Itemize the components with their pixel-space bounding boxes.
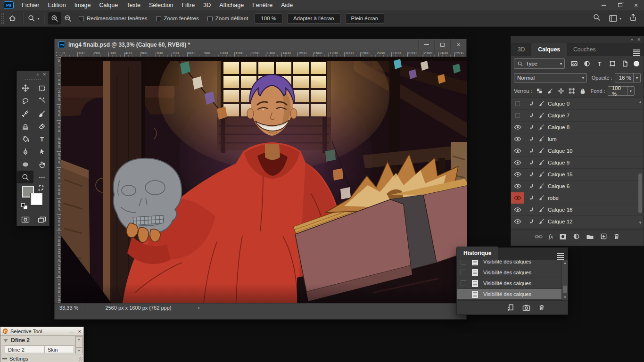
brush-tool-icon[interactable] (33, 107, 50, 120)
layer-visibility-toggle[interactable] (511, 157, 524, 168)
zoom-tool-preset-icon[interactable]: ▾ (27, 12, 40, 25)
history-step[interactable]: Visibilité des calques (457, 267, 568, 278)
layer-style-icon[interactable]: fx (549, 233, 553, 240)
scroll-thumb[interactable] (76, 342, 82, 348)
dock-header[interactable]: «✕ (511, 36, 644, 43)
resize-grip[interactable] (79, 357, 83, 361)
close-icon[interactable]: ✕ (628, 0, 644, 10)
layer-visibility-toggle[interactable] (511, 192, 524, 204)
more-tools-icon[interactable] (33, 171, 50, 183)
history-scrollbar[interactable]: ▲▼ (561, 260, 568, 300)
tools-grip[interactable] (17, 78, 49, 82)
layer-visibility-toggle[interactable] (511, 110, 524, 121)
fullscreen-button[interactable]: Plein écran (345, 13, 385, 24)
history-source-checkbox[interactable] (461, 270, 466, 275)
menu-3d[interactable]: 3D (199, 0, 215, 10)
selective-scrollbar[interactable]: ▲ ▼ (75, 336, 83, 354)
history-source-checkbox[interactable] (461, 260, 466, 264)
skin-button[interactable]: Skin (45, 346, 74, 353)
layer-visibility-toggle[interactable] (511, 145, 524, 156)
layer-visibility-toggle[interactable] (511, 133, 524, 145)
tab-3d[interactable]: 3D (511, 43, 531, 56)
snapshot-camera-icon[interactable] (522, 304, 530, 311)
layer-row[interactable]: Calque 6 (511, 181, 644, 192)
lock-transparency-icon[interactable] (536, 88, 543, 94)
panel-menu-icon[interactable] (557, 253, 564, 260)
filter-adjustment-icon[interactable] (583, 60, 591, 67)
ellipse-shape-tool-icon[interactable] (17, 158, 33, 171)
background-color-swatch[interactable] (31, 193, 42, 205)
collapse-icon[interactable]: « (631, 37, 633, 42)
link-layers-icon[interactable] (535, 233, 543, 240)
history-step[interactable]: Visibilité des calques (457, 278, 568, 289)
eyedropper-tool-icon[interactable] (17, 107, 33, 120)
panel-menu-icon[interactable] (633, 49, 640, 56)
layer-visibility-toggle[interactable] (511, 98, 524, 109)
search-icon[interactable] (593, 13, 601, 24)
new-layer-icon[interactable] (600, 233, 607, 240)
minimize-icon[interactable] (596, 0, 612, 10)
history-step[interactable]: Visibilité des calques (457, 289, 568, 300)
layer-visibility-toggle[interactable] (511, 181, 524, 192)
swap-colors-icon[interactable] (38, 184, 44, 193)
layer-row[interactable]: Calque 15 (511, 169, 644, 181)
restore-icon[interactable] (612, 0, 628, 10)
adjustment-layer-icon[interactable] (573, 233, 580, 240)
menu-sélection[interactable]: Sélection (145, 0, 177, 10)
dfine2-button[interactable]: Dfine 2 (5, 346, 45, 353)
scroll-down-icon[interactable]: ▼ (76, 348, 82, 354)
eraser-tool-icon[interactable] (33, 120, 50, 132)
blend-mode-dropdown[interactable]: Normal▾ (514, 73, 587, 82)
history-source-checkbox[interactable] (461, 291, 466, 297)
filter-type-icon[interactable]: T (596, 60, 603, 67)
type-tool-icon[interactable]: T (33, 132, 50, 145)
tab-historique[interactable]: Historique (457, 247, 498, 260)
zoom-tool-icon[interactable] (17, 171, 33, 183)
menu-texte[interactable]: Texte (122, 0, 145, 10)
path-select-tool-icon[interactable] (33, 145, 50, 158)
quick-mask-icon[interactable] (17, 213, 33, 227)
home-icon[interactable] (6, 12, 19, 25)
fit-screen-button[interactable]: Adapter à l'écran (287, 13, 340, 24)
layer-row[interactable]: Calque 0 (511, 98, 644, 110)
default-colors-icon[interactable] (21, 203, 27, 209)
lock-pixels-icon[interactable] (547, 88, 553, 94)
fill-field[interactable]: 100 %▾ (608, 86, 635, 96)
selective-titlebar[interactable]: Selective Tool — × (0, 327, 83, 336)
menu-edition[interactable]: Edition (44, 0, 70, 10)
layer-row[interactable]: robe (511, 192, 644, 204)
scroll-up-icon[interactable]: ▲ (76, 337, 82, 342)
layer-row[interactable]: Calque 16 (511, 204, 644, 216)
marquee-tool-icon[interactable] (33, 82, 50, 94)
layer-filter-dropdown[interactable]: Type ▾ (514, 58, 565, 69)
zoom-in-icon[interactable] (48, 12, 61, 25)
menu-fenêtre[interactable]: Fenêtre (248, 0, 277, 10)
layer-visibility-toggle[interactable] (511, 216, 524, 227)
checkbox-zoom-d-filant[interactable]: Zoom défilant (207, 16, 248, 21)
menu-calque[interactable]: Calque (95, 0, 123, 10)
layer-row[interactable]: lum (511, 133, 644, 145)
vertical-ruler[interactable]: 0100200300400500600700800900100011001200… (55, 57, 61, 312)
zoom-out-icon[interactable] (61, 12, 74, 25)
menu-image[interactable]: Image (70, 0, 95, 10)
screen-mode-icon[interactable] (33, 213, 50, 227)
clone-stamp-tool-icon[interactable] (17, 120, 33, 132)
lock-all-icon[interactable] (579, 88, 586, 94)
layer-visibility-toggle[interactable] (511, 169, 524, 180)
collapse-icon[interactable]: « (36, 72, 39, 77)
workspace-icon[interactable]: ▾ (609, 15, 621, 22)
layer-row[interactable]: Calque 9 (511, 157, 644, 169)
dfine-section-header[interactable]: Dfine 2 (0, 336, 83, 346)
lock-position-icon[interactable] (558, 88, 564, 94)
menu-affichage[interactable]: Affichage (215, 0, 248, 10)
filter-toggle[interactable] (634, 61, 639, 66)
delete-state-icon[interactable] (538, 304, 545, 311)
menu-filtre[interactable]: Filtre (177, 0, 199, 10)
checkbox-zoom-fen-tres[interactable]: Zoom fenêtres (156, 16, 199, 21)
move-tool-icon[interactable] (17, 82, 33, 94)
tab-couches[interactable]: Couches (567, 43, 602, 56)
share-icon[interactable] (629, 13, 637, 24)
ruler-corner[interactable] (55, 50, 61, 57)
layer-visibility-toggle[interactable] (511, 204, 524, 215)
history-step[interactable]: Visibilité des calques (457, 260, 568, 267)
